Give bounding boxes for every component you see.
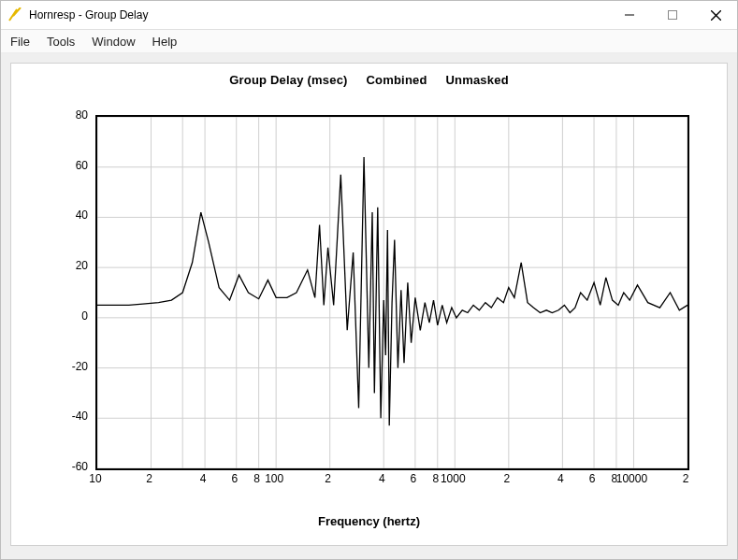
minimize-button[interactable]: [608, 1, 651, 29]
close-button[interactable]: [694, 1, 737, 29]
menubar: File Tools Window Help: [1, 30, 737, 53]
chart: Group Delay (msec) Combined Unmasked -60…: [10, 63, 728, 546]
chart-title: Group Delay (msec) Combined Unmasked: [11, 73, 727, 87]
menu-window[interactable]: Window: [92, 35, 135, 49]
hornresp-window: Hornresp - Group Delay File Tools Window…: [0, 0, 738, 560]
titlebar: Hornresp - Group Delay: [1, 1, 737, 30]
maximize-button[interactable]: [651, 1, 694, 29]
x-axis-title: Frequency (hertz): [11, 514, 727, 528]
chart-title-unmasked: Unmasked: [445, 73, 508, 87]
menu-help[interactable]: Help: [152, 35, 178, 49]
window-title: Hornresp - Group Delay: [29, 8, 148, 22]
svg-line-2: [711, 10, 721, 21]
client-area: Group Delay (msec) Combined Unmasked -60…: [1, 53, 737, 559]
menu-file[interactable]: File: [10, 35, 30, 49]
plot-svg: [97, 117, 687, 468]
app-icon: [7, 7, 23, 23]
svg-line-3: [711, 10, 721, 21]
plot-area: [95, 115, 689, 470]
menu-tools[interactable]: Tools: [47, 35, 75, 49]
chart-title-combined: Combined: [366, 73, 427, 87]
chart-title-main: Group Delay (msec): [229, 73, 347, 87]
svg-rect-1: [669, 11, 677, 20]
